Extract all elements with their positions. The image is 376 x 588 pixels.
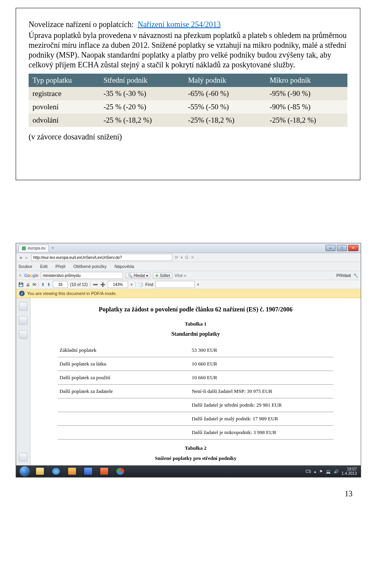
system-tray[interactable]: CS ▴ ⚑ 💻 🔊 18:07 1.4.2013	[306, 467, 359, 476]
browser-screenshot: europa.eu + ‒ □ ✕ ◄ ► ⟳ ▾ G ✕ Soubor Edi…	[16, 243, 361, 478]
th-micro: Mikro podnik	[266, 74, 347, 87]
menu-soubor[interactable]: Soubor	[18, 264, 32, 269]
google-brand: Google	[24, 273, 38, 278]
standard-fees-table: Základní poplatek53 300 EUR Další poplat…	[58, 344, 333, 440]
page-down-icon[interactable]: ⬇	[47, 282, 51, 287]
cell: -95% (-90 %)	[266, 87, 347, 100]
pdf-table2-caption: Tabulka 2	[58, 445, 333, 451]
menu-bar: Soubor Edit Přejít Oblíbené položky Nápo…	[16, 262, 361, 271]
sidebar-sign-icon[interactable]	[19, 453, 27, 461]
share-button[interactable]: ❖ Sdílet	[153, 273, 172, 279]
zoom-in-icon[interactable]: ➕	[100, 282, 105, 287]
menu-napoveda[interactable]: Nápověda	[114, 264, 134, 269]
cell: -35 % (-30 %)	[99, 87, 184, 100]
forward-button[interactable]: ►	[25, 255, 29, 260]
th-medium: Střední podnik	[99, 74, 184, 87]
window-titlebar: europa.eu + ‒ □ ✕	[16, 243, 361, 253]
pdf-sidebar	[16, 298, 31, 465]
cell: -65% (-60 %)	[184, 87, 266, 100]
zoom-input[interactable]	[108, 281, 128, 288]
pdf-table2-title: Snížené poplatky pro střední podniky	[58, 455, 333, 461]
menu-prejit[interactable]: Přejít	[55, 264, 65, 269]
zoom-out-icon[interactable]: ➖	[93, 282, 98, 287]
page-up-icon[interactable]: ⬆	[41, 282, 45, 287]
maximize-button[interactable]: □	[337, 245, 347, 251]
page-number-input[interactable]	[53, 281, 68, 288]
page-count-label: (10 of 12)	[70, 282, 88, 287]
th-type: Typ poplatku	[29, 74, 99, 87]
sidebar-attach-icon[interactable]	[19, 330, 27, 339]
google-search-input[interactable]	[41, 272, 123, 279]
cell: -25 % (-20 %)	[99, 100, 184, 114]
title-text: Novelizace nařízení o poplatcích:	[29, 20, 134, 29]
sidebar-bookmarks-icon[interactable]	[19, 316, 27, 325]
menu-edit[interactable]: Edit	[40, 264, 47, 269]
table-row: registrace -35 % (-30 %) -65% (-60 %) -9…	[29, 87, 347, 100]
page-number: 13	[0, 478, 376, 506]
browser-tab[interactable]: europa.eu	[18, 244, 49, 252]
pdfa-notice-bar: i You are viewing this document in PDF/A…	[16, 289, 361, 298]
save-icon[interactable]: 💾	[18, 282, 24, 287]
info-icon: i	[19, 291, 25, 296]
title-link[interactable]: Nařízení komise 254/2013	[137, 20, 221, 29]
cell: -55% (-50 %)	[184, 100, 266, 114]
task-word[interactable]	[80, 465, 96, 477]
wrench-icon[interactable]: 🔧	[353, 273, 358, 278]
menu-oblibene[interactable]: Oblíbené položky	[73, 264, 107, 269]
table-header-row: Typ poplatku Střední podnik Malý podnik …	[29, 74, 347, 87]
more-link[interactable]: Více »	[175, 273, 186, 278]
table-row: povolení -25 % (-20 %) -55% (-50 %) -90%…	[29, 100, 347, 114]
tray-date: 1.4.2013	[342, 471, 357, 476]
cell: registrace	[29, 87, 99, 100]
task-ie[interactable]	[48, 465, 64, 477]
cell: odvolání	[29, 114, 99, 127]
favicon	[22, 246, 26, 250]
tray-network-icon[interactable]: 💻	[326, 469, 331, 474]
tray-sound-icon[interactable]: 🔊	[334, 469, 338, 474]
th-small: Malý podnik	[184, 74, 266, 87]
tray-clock[interactable]: 18:07 1.4.2013	[342, 467, 357, 476]
slide-paragraph: Úprava poplatků byla provedena v návazno…	[29, 31, 347, 70]
fee-reduction-table: Typ poplatku Střední podnik Malý podnik …	[29, 74, 347, 127]
task-explorer[interactable]	[32, 465, 48, 477]
back-button[interactable]: ◄	[18, 255, 22, 260]
windows-taskbar: CS ▴ ⚑ 💻 🔊 18:07 1.4.2013	[16, 465, 361, 477]
tray-lang[interactable]: CS	[306, 469, 311, 474]
task-outlook[interactable]	[64, 465, 80, 477]
slide-container: Novelizace nařízení o poplatcích: Naříze…	[16, 8, 360, 180]
find-label: Find	[145, 282, 153, 287]
cell: -90% (-85 %)	[266, 100, 347, 114]
reload-button[interactable]: ⟳	[175, 255, 178, 260]
find-input[interactable]	[155, 281, 195, 288]
tab-title: europa.eu	[28, 246, 45, 250]
tray-time: 18:07	[342, 467, 357, 471]
search-button[interactable]: 🔍 Hledat ▾	[125, 273, 150, 279]
tray-chevron-icon[interactable]: ▴	[314, 469, 316, 474]
start-button[interactable]	[18, 465, 32, 477]
task-chrome[interactable]	[112, 465, 128, 477]
pdf-table1-title: Standardní poplatky	[58, 331, 333, 337]
table-note: (v závorce dosavadní snížení)	[29, 132, 347, 141]
pdf-page: Poplatky za žádost o povolení podle člán…	[31, 298, 361, 465]
pdf-table1-caption: Tabulka 1	[58, 321, 333, 327]
pdf-toolbar: 💾 🖨 ✉ ⬆ ⬇ (10 of 12) ➖ ➕ ▾ 📑 Find ▾	[16, 280, 361, 289]
pdf-heading: Poplatky za žádost o povolení podle člán…	[58, 306, 333, 313]
minimize-button[interactable]: ‒	[325, 245, 336, 251]
google-toolbar: ✕ Google 🔍 Hledat ▾ ❖ Sdílet Více » Přih…	[16, 271, 361, 280]
new-tab-button[interactable]: +	[51, 245, 54, 251]
tool-icon[interactable]: 📑	[138, 282, 143, 287]
task-powerpoint[interactable]	[96, 465, 112, 477]
tray-flag-icon[interactable]: ⚑	[319, 469, 323, 474]
print-icon[interactable]: 🖨	[26, 282, 30, 287]
sidebar-pages-icon[interactable]	[19, 302, 27, 311]
cell: -25% (-18,2 %)	[184, 114, 266, 127]
close-button[interactable]: ✕	[348, 245, 358, 251]
pdfa-notice-text: You are viewing this document in PDF/A m…	[27, 291, 117, 296]
toolbar-close-icon[interactable]: ✕	[18, 273, 22, 278]
windows-logo-icon	[20, 466, 30, 476]
mail-icon[interactable]: ✉	[33, 282, 36, 287]
url-input[interactable]	[31, 254, 172, 261]
login-link[interactable]: Přihlásit	[336, 273, 351, 278]
google-shortcut-icon[interactable]: G	[185, 255, 188, 260]
table-row: odvolání -25 % (-18,2 %) -25% (-18,2 %) …	[29, 114, 347, 127]
